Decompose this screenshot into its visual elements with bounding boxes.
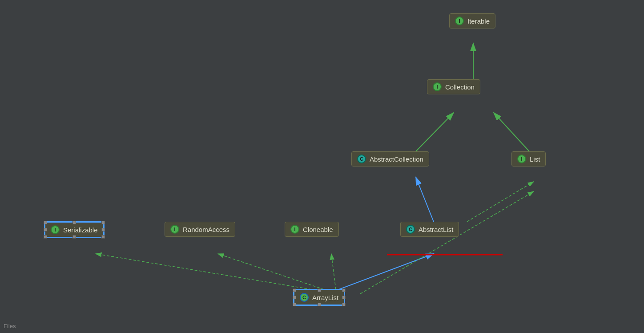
icon-serializable: I — [51, 225, 60, 234]
node-array-list[interactable]: C ArrayList — [294, 289, 345, 305]
connections-svg — [0, 0, 644, 333]
icon-list: I — [517, 154, 526, 163]
label-iterable: Iterable — [467, 17, 490, 25]
handle-lm-serializable[interactable] — [44, 228, 47, 231]
node-list[interactable]: I List — [511, 151, 546, 166]
handle-rm-serializable[interactable] — [101, 228, 105, 231]
svg-line-10 — [331, 254, 336, 289]
node-cloneable[interactable]: I Cloneable — [285, 222, 339, 237]
icon-iterable: I — [455, 16, 464, 25]
diagram-canvas[interactable]: I Iterable I Collection C AbstractCollec… — [0, 0, 644, 333]
files-label: Files — [4, 323, 16, 329]
icon-cloneable: I — [290, 225, 299, 234]
label-abstract-collection: AbstractCollection — [370, 155, 423, 163]
label-abstract-list: AbstractList — [419, 226, 453, 233]
icon-abstract-collection: C — [357, 154, 366, 163]
node-collection[interactable]: I Collection — [427, 79, 480, 94]
icon-collection: I — [433, 82, 442, 91]
handle-tm-serializable[interactable] — [72, 221, 76, 224]
handle-bm-serializable[interactable] — [72, 235, 76, 239]
label-serializable: Serializable — [63, 226, 98, 234]
handle-br-arraylist[interactable] — [342, 303, 346, 306]
handle-bl-serializable[interactable] — [44, 235, 47, 239]
node-abstract-collection[interactable]: C AbstractCollection — [351, 151, 429, 166]
svg-line-8 — [96, 254, 311, 289]
svg-line-11 — [467, 182, 534, 222]
node-iterable[interactable]: I Iterable — [449, 13, 495, 28]
node-random-access[interactable]: I RandomAccess — [165, 222, 235, 237]
label-collection: Collection — [445, 83, 475, 91]
handle-br-serializable[interactable] — [101, 235, 105, 239]
handle-bl-arraylist[interactable] — [293, 303, 296, 306]
icon-random-access: I — [170, 225, 179, 234]
handle-rm-arraylist[interactable] — [342, 296, 346, 299]
icon-abstract-list: C — [406, 225, 415, 234]
node-serializable[interactable]: I Serializable — [44, 222, 104, 238]
svg-line-9 — [218, 254, 324, 289]
node-abstract-list[interactable]: C AbstractList — [400, 222, 459, 237]
handle-tr-serializable[interactable] — [101, 221, 105, 224]
handle-tr-arraylist[interactable] — [342, 288, 346, 292]
svg-line-7 — [339, 254, 434, 289]
handle-lm-arraylist[interactable] — [293, 296, 296, 299]
svg-line-5 — [494, 113, 529, 151]
label-random-access: RandomAccess — [183, 226, 229, 233]
label-list: List — [530, 155, 540, 163]
handle-tm-arraylist[interactable] — [318, 288, 321, 292]
svg-line-6 — [416, 177, 434, 222]
handle-bm-arraylist[interactable] — [318, 303, 321, 306]
svg-line-4 — [416, 113, 454, 151]
label-array-list: ArrayList — [312, 294, 338, 301]
handle-tl-arraylist[interactable] — [293, 288, 296, 292]
handle-tl-serializable[interactable] — [44, 221, 47, 224]
icon-array-list: C — [300, 293, 309, 302]
svg-line-12 — [360, 191, 534, 294]
label-cloneable: Cloneable — [303, 226, 333, 233]
